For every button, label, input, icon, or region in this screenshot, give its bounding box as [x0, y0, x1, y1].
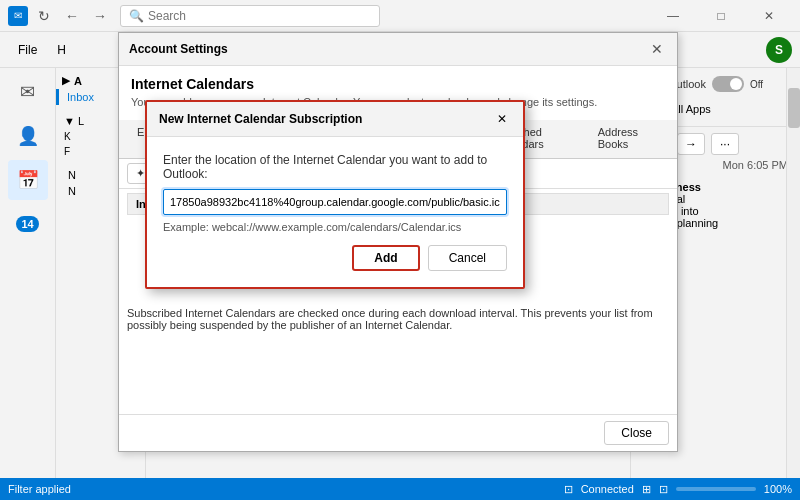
minimize-button[interactable]: — [650, 0, 696, 32]
dialog-footer: Close [119, 414, 677, 451]
title-bar-left: ✉ ↻ ← → [8, 4, 112, 28]
toggle-off-label: Off [750, 79, 763, 90]
connected-status: Connected [581, 483, 634, 495]
inbox-badge: 14 [16, 216, 38, 232]
toggle-knob [730, 78, 742, 90]
new-icon: ✦ [136, 167, 145, 180]
user-avatar: S [766, 37, 792, 63]
search-icon: 🔍 [129, 9, 144, 23]
outlook-toggle[interactable] [712, 76, 744, 92]
status-bar: Filter applied ⊡ Connected ⊞ ⊡ 100% [0, 478, 800, 500]
add-button[interactable]: Add [352, 245, 419, 271]
filter-status: Filter applied [8, 483, 71, 495]
dialog-title: Account Settings [129, 42, 228, 56]
subscription-body: Enter the location of the Internet Calen… [147, 137, 523, 287]
sidebar-inbox[interactable]: 14 [8, 204, 48, 244]
forward-arrow-button[interactable]: → [677, 133, 705, 155]
subscription-dialog: New Internet Calendar Subscription ✕ Ent… [145, 100, 525, 289]
tab-address-books[interactable]: Address Books [588, 120, 669, 158]
dialog-titlebar: Account Settings ✕ [119, 33, 677, 66]
expand-icon: ⊡ [564, 483, 573, 496]
back-button[interactable]: ← [60, 4, 84, 28]
search-input[interactable] [148, 9, 371, 23]
status-bar-right: ⊡ Connected ⊞ ⊡ 100% [564, 483, 792, 496]
close-button[interactable]: ✕ [746, 0, 792, 32]
window-controls: — □ ✕ [650, 0, 792, 32]
file-menu[interactable]: File [8, 39, 47, 61]
sidebar-people[interactable]: 👤 [8, 116, 48, 156]
sidebar-calendar[interactable]: 📅 [8, 160, 48, 200]
maximize-button[interactable]: □ [698, 0, 744, 32]
subscription-titlebar: New Internet Calendar Subscription ✕ [147, 102, 523, 137]
status-icon2: ⊡ [659, 483, 668, 496]
cancel-button[interactable]: Cancel [428, 245, 507, 271]
subscription-label: Enter the location of the Internet Calen… [163, 153, 507, 181]
sidebar-email[interactable]: ✉ [8, 72, 48, 112]
search-bar: 🔍 [120, 5, 380, 27]
subscribed-note: Subscribed Internet Calendars are checke… [119, 299, 677, 339]
progress-bar [676, 487, 756, 491]
more-button[interactable]: ··· [711, 133, 739, 155]
scroll-thumb [788, 88, 800, 128]
zoom-label: 100% [764, 483, 792, 495]
home-menu[interactable]: H [47, 39, 76, 61]
dialog-close-button[interactable]: ✕ [647, 39, 667, 59]
sidebar: ✉ 👤 📅 14 [0, 68, 56, 500]
app-icon: ✉ [8, 6, 28, 26]
subscription-example: Example: webcal://www.example.com/calend… [163, 221, 507, 233]
subscription-close-button[interactable]: ✕ [493, 110, 511, 128]
refresh-button[interactable]: ↻ [32, 4, 56, 28]
close-button[interactable]: Close [604, 421, 669, 445]
status-icon1: ⊞ [642, 483, 651, 496]
right-scrollbar[interactable] [786, 68, 800, 478]
section-title: Internet Calendars [131, 76, 665, 92]
subscription-url-input[interactable] [163, 189, 507, 215]
forward-button[interactable]: → [88, 4, 112, 28]
subscription-buttons: Add Cancel [163, 245, 507, 275]
title-bar: ✉ ↻ ← → 🔍 — □ ✕ [0, 0, 800, 32]
subscription-title: New Internet Calendar Subscription [159, 112, 362, 126]
